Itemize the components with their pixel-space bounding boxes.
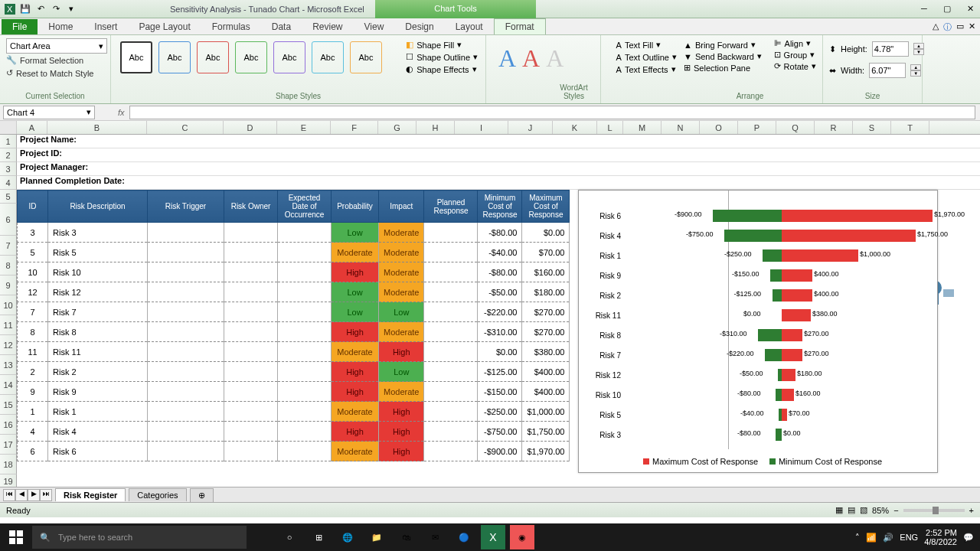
reset-style-button[interactable]: ↺Reset to Match Style: [6, 67, 104, 80]
table-header[interactable]: Risk Owner: [224, 191, 278, 223]
row-header[interactable]: 3: [0, 162, 17, 176]
formula-bar[interactable]: [129, 106, 975, 119]
table-header[interactable]: ID: [18, 191, 48, 223]
table-row[interactable]: 4Risk 4HighHigh-$750.00$1,750.00: [18, 422, 570, 442]
store-icon[interactable]: 🛍: [394, 525, 418, 549]
col-header[interactable]: D: [224, 121, 277, 134]
close-icon[interactable]: ✕: [963, 2, 977, 15]
tab-layout[interactable]: Layout: [445, 19, 494, 34]
col-header[interactable]: H: [416, 121, 455, 134]
minimize-ribbon-icon[interactable]: △: [933, 21, 939, 33]
table-header[interactable]: Maximum Cost of Response: [522, 191, 570, 223]
zoom-in-icon[interactable]: +: [969, 506, 974, 515]
row-header[interactable]: 7: [0, 236, 17, 256]
table-header[interactable]: Minimum Cost of Response: [478, 191, 522, 223]
table-row[interactable]: 11Risk 11ModerateHigh$0.00$380.00: [18, 342, 570, 362]
col-header[interactable]: P: [738, 121, 776, 134]
zoom-slider[interactable]: [903, 509, 965, 512]
table-header[interactable]: Probability: [332, 191, 379, 223]
row-header[interactable]: 6: [0, 204, 17, 236]
wordart-style-3[interactable]: A: [546, 44, 564, 73]
recorder-icon[interactable]: ◉: [510, 525, 534, 549]
shape-style-4[interactable]: Abc: [235, 41, 267, 73]
col-header[interactable]: O: [700, 121, 738, 134]
row-header[interactable]: 17: [0, 435, 17, 455]
shape-style-6[interactable]: Abc: [312, 41, 344, 73]
table-row[interactable]: 10Risk 10HighModerate-$80.00$160.00: [18, 262, 570, 282]
tab-view[interactable]: View: [354, 19, 395, 34]
shape-outline-button[interactable]: ☐Shape Outline ▾: [406, 52, 478, 62]
col-header[interactable]: N: [662, 121, 700, 134]
sheet-tab-categories[interactable]: Categories: [129, 488, 186, 501]
row-header[interactable]: 2: [0, 148, 17, 162]
col-header[interactable]: Q: [776, 121, 815, 134]
row-header[interactable]: 16: [0, 415, 17, 435]
save-icon[interactable]: 💾: [18, 2, 32, 16]
width-input[interactable]: [869, 63, 906, 78]
row-header[interactable]: 10: [0, 295, 17, 315]
window-close-icon[interactable]: ✕: [969, 21, 975, 33]
excel-icon[interactable]: X: [3, 2, 17, 16]
task-view-icon[interactable]: ⊞: [306, 525, 331, 549]
col-header[interactable]: S: [853, 121, 891, 134]
col-header[interactable]: F: [331, 121, 378, 134]
view-break-icon[interactable]: ▧: [860, 505, 867, 515]
excel-taskbar-icon[interactable]: X: [481, 525, 505, 549]
table-header[interactable]: Planned Response: [424, 191, 478, 223]
shape-style-2[interactable]: Abc: [158, 41, 191, 73]
mail-icon[interactable]: ✉: [423, 525, 447, 549]
table-header[interactable]: Risk Description: [48, 191, 148, 223]
table-row[interactable]: 6Risk 6ModerateHigh-$900.00$1,970.00: [18, 442, 570, 461]
table-row[interactable]: 1Risk 1ModerateHigh-$250.00$1,000.00: [18, 402, 570, 422]
next-sheet-icon[interactable]: ▶: [28, 489, 40, 501]
tab-insert[interactable]: Insert: [83, 19, 128, 34]
align-button[interactable]: ⊫ Align ▾: [774, 38, 816, 48]
shape-style-3[interactable]: Abc: [197, 41, 229, 73]
format-selection-button[interactable]: 🔧Format Selection: [6, 54, 104, 67]
zoom-out-icon[interactable]: −: [893, 506, 898, 515]
prev-sheet-icon[interactable]: ◀: [15, 489, 28, 501]
view-layout-icon[interactable]: ▤: [848, 505, 855, 515]
width-up[interactable]: ▲: [910, 64, 921, 70]
language-indicator[interactable]: ENG: [900, 533, 918, 542]
wordart-style-2[interactable]: A: [522, 44, 540, 73]
row-header[interactable]: 13: [0, 355, 17, 375]
row-header[interactable]: 4: [0, 176, 17, 190]
col-header[interactable]: A: [17, 121, 47, 134]
table-row[interactable]: 9Risk 9HighModerate-$150.00$400.00: [18, 382, 570, 402]
wordart-style-1[interactable]: A: [498, 44, 516, 73]
shape-fill-button[interactable]: ◧Shape Fill ▾: [406, 40, 478, 50]
col-header[interactable]: C: [147, 121, 224, 134]
name-box[interactable]: Chart 4▾: [3, 106, 95, 119]
height-up[interactable]: ▲: [913, 43, 924, 49]
fx-icon[interactable]: fx: [118, 108, 125, 117]
height-input[interactable]: [872, 41, 909, 57]
chrome-icon[interactable]: 🔵: [452, 525, 476, 549]
col-header[interactable]: B: [47, 121, 147, 134]
shape-style-7[interactable]: Abc: [350, 41, 382, 73]
rotate-button[interactable]: ⟳ Rotate ▾: [774, 61, 816, 71]
col-header[interactable]: I: [455, 121, 508, 134]
file-tab[interactable]: File: [2, 19, 38, 34]
table-header[interactable]: Expected Date of Occurrence: [278, 191, 332, 223]
restore-icon[interactable]: ▢: [940, 2, 954, 15]
sheet-tab-active[interactable]: Risk Register: [55, 488, 126, 501]
col-header[interactable]: R: [815, 121, 853, 134]
row-header[interactable]: 12: [0, 335, 17, 355]
col-header[interactable]: L: [597, 121, 623, 134]
row-header[interactable]: 19: [0, 474, 17, 487]
group-button[interactable]: ⊡ Group ▾: [774, 50, 816, 60]
tab-format[interactable]: Format: [494, 18, 546, 34]
shape-style-1[interactable]: Abc: [120, 41, 152, 73]
row-header[interactable]: 11: [0, 315, 17, 335]
start-button[interactable]: [0, 523, 32, 551]
col-header[interactable]: J: [508, 121, 553, 134]
table-row[interactable]: 5Risk 5ModerateModerate-$40.00$70.00: [18, 243, 570, 262]
shape-style-5[interactable]: Abc: [273, 41, 305, 73]
view-normal-icon[interactable]: ▦: [835, 505, 843, 515]
table-row[interactable]: 3Risk 3LowModerate-$80.00$0.00: [18, 223, 570, 243]
first-sheet-icon[interactable]: ⏮: [3, 489, 15, 501]
table-row[interactable]: 12Risk 12LowModerate-$50.00$180.00: [18, 282, 570, 302]
col-header[interactable]: G: [378, 121, 416, 134]
tab-design[interactable]: Design: [394, 19, 444, 34]
